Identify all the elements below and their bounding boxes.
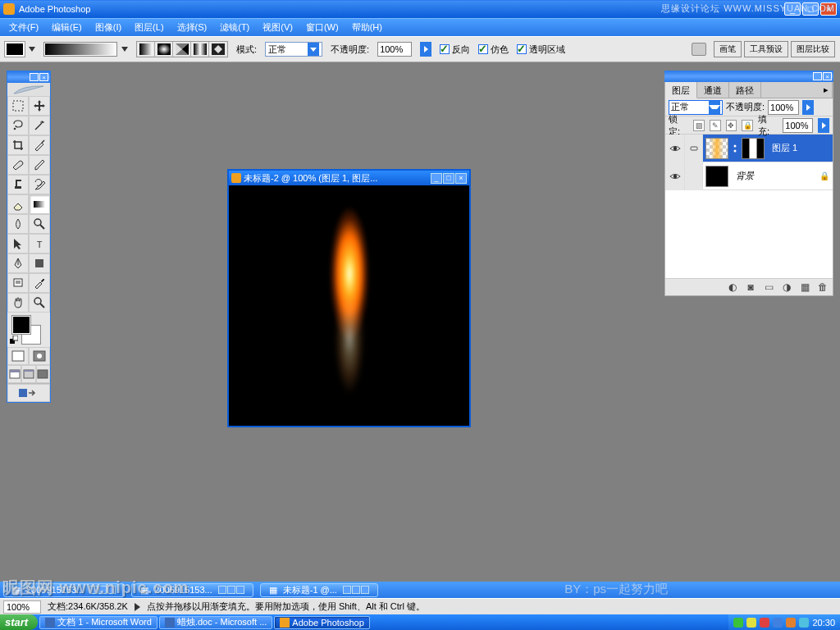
- slice-tool[interactable]: [29, 135, 50, 155]
- tray-icon[interactable]: [773, 618, 783, 628]
- mask-link-icon[interactable]: [731, 138, 739, 159]
- eraser-tool[interactable]: [7, 194, 29, 214]
- panel-minimize-button[interactable]: _: [813, 72, 822, 80]
- chevron-down-icon[interactable]: [121, 47, 128, 52]
- doc-minimize-button[interactable]: _: [431, 173, 442, 184]
- zoom-input[interactable]: 100%: [3, 600, 41, 614]
- layer-mask-thumbnail[interactable]: [742, 138, 765, 159]
- reverse-checkbox[interactable]: 反向: [440, 43, 470, 56]
- blend-mode-select[interactable]: 正常: [265, 42, 322, 57]
- dither-checkbox[interactable]: 仿色: [478, 43, 509, 56]
- gradient-radial-button[interactable]: [155, 42, 173, 57]
- gradient-preview[interactable]: [43, 42, 117, 57]
- lock-transparency-icon[interactable]: ▨: [693, 120, 705, 131]
- blur-tool[interactable]: [7, 214, 29, 234]
- healing-brush-tool[interactable]: [7, 155, 29, 175]
- layer-comps-palette-button[interactable]: 图层比较: [791, 41, 835, 57]
- fullscreen-button[interactable]: [36, 365, 50, 383]
- menu-window[interactable]: 窗口(W): [300, 19, 345, 36]
- tray-icon[interactable]: [746, 618, 756, 628]
- history-brush-tool[interactable]: [29, 175, 50, 194]
- panel-close-button[interactable]: ×: [823, 72, 832, 80]
- chevron-down-icon[interactable]: [29, 47, 35, 52]
- layer-style-button[interactable]: ◐: [726, 281, 739, 293]
- menu-help[interactable]: 帮助(H): [346, 19, 388, 36]
- gradient-reflected-button[interactable]: [191, 42, 209, 57]
- jump-to-imageready-button[interactable]: [7, 384, 50, 402]
- layer-thumbnail[interactable]: [705, 138, 728, 159]
- lock-position-icon[interactable]: ✥: [726, 120, 737, 131]
- visibility-toggle[interactable]: [665, 162, 685, 190]
- taskbar-app-button[interactable]: 文档 1 - Microsoft Word: [39, 616, 158, 629]
- layer-opacity-slider-button[interactable]: [802, 100, 814, 115]
- start-button[interactable]: start: [0, 614, 38, 630]
- visibility-toggle[interactable]: [665, 135, 685, 162]
- minimized-doc-tab[interactable]: ▦2005915153...: [131, 583, 253, 597]
- opacity-slider-button[interactable]: [420, 42, 431, 57]
- fill-slider-button[interactable]: [818, 118, 829, 133]
- pen-tool[interactable]: [7, 253, 29, 273]
- type-tool[interactable]: T: [29, 234, 50, 253]
- default-colors-icon[interactable]: [10, 336, 18, 344]
- layer-thumbnail[interactable]: [705, 166, 728, 187]
- menu-image[interactable]: 图像(I): [89, 19, 127, 36]
- adjustment-layer-button[interactable]: ◑: [780, 281, 793, 293]
- move-tool[interactable]: [29, 96, 50, 116]
- fill-input[interactable]: 100%: [783, 118, 813, 133]
- palette-well-icon[interactable]: [692, 43, 706, 56]
- layer-row[interactable]: 背景 🔒: [665, 162, 833, 190]
- doc-maximize-button[interactable]: □: [443, 173, 454, 184]
- tray-icon[interactable]: [760, 618, 769, 628]
- system-tray[interactable]: 20:30: [728, 614, 840, 630]
- tab-layers[interactable]: 图层: [665, 82, 697, 98]
- zoom-tool[interactable]: [29, 293, 50, 313]
- document-titlebar[interactable]: 未标题-2 @ 100% (图层 1, 图层... _ □ ×: [229, 171, 469, 185]
- brushes-palette-button[interactable]: 画笔: [714, 41, 742, 57]
- brush-tool[interactable]: [29, 155, 50, 175]
- menu-select[interactable]: 选择(S): [171, 19, 213, 36]
- opacity-input[interactable]: 100%: [377, 42, 412, 57]
- tray-clock[interactable]: 20:30: [812, 618, 835, 628]
- menu-view[interactable]: 视图(V): [257, 19, 299, 36]
- doc-close-button[interactable]: ×: [455, 173, 467, 184]
- minimized-doc-tab[interactable]: ▦2005915153...: [3, 583, 125, 597]
- tray-icon[interactable]: [786, 618, 796, 628]
- eyedropper-tool[interactable]: [29, 273, 50, 293]
- document-canvas[interactable]: [229, 185, 469, 426]
- menu-file[interactable]: 文件(F): [3, 19, 44, 36]
- transparency-checkbox[interactable]: 透明区域: [517, 43, 565, 56]
- quickmask-mode-button[interactable]: [29, 347, 50, 365]
- layer-name[interactable]: 背景: [736, 170, 754, 182]
- tab-paths[interactable]: 路径: [729, 82, 761, 98]
- clone-stamp-tool[interactable]: [7, 175, 29, 194]
- standard-mode-button[interactable]: [7, 347, 29, 365]
- dodge-tool[interactable]: [29, 214, 50, 234]
- menu-layer[interactable]: 图层(L): [129, 19, 169, 36]
- lock-all-icon[interactable]: 🔒: [742, 120, 753, 131]
- layer-row[interactable]: 图层 1: [665, 135, 833, 162]
- panel-menu-button[interactable]: ▸: [761, 82, 833, 98]
- toolbox-minimize-button[interactable]: _: [30, 73, 39, 81]
- status-menu-icon[interactable]: [135, 603, 140, 611]
- doc-size-info[interactable]: 文档:234.6K/358.2K: [48, 600, 128, 613]
- tray-icon[interactable]: [799, 618, 809, 628]
- toolbox-close-button[interactable]: ×: [39, 73, 48, 81]
- tab-channels[interactable]: 通道: [697, 82, 729, 98]
- tool-presets-palette-button[interactable]: 工具预设: [744, 41, 788, 57]
- taskbar-app-button[interactable]: Adobe Photoshop: [274, 616, 369, 629]
- minimized-doc-tab[interactable]: ▦未标题-1 @...: [260, 583, 378, 597]
- gradient-diamond-button[interactable]: [209, 42, 227, 57]
- crop-tool[interactable]: [7, 135, 29, 155]
- fullscreen-menubar-button[interactable]: [21, 365, 35, 383]
- taskbar-app-button[interactable]: 蜡烛.doc - Microsoft ...: [159, 616, 272, 629]
- gradient-tool[interactable]: [29, 194, 50, 214]
- menu-edit[interactable]: 编辑(E): [46, 19, 88, 36]
- delete-layer-button[interactable]: 🗑: [816, 281, 829, 293]
- marquee-tool[interactable]: [7, 96, 29, 116]
- magic-wand-tool[interactable]: [29, 116, 50, 135]
- hand-tool[interactable]: [7, 293, 29, 313]
- new-group-button[interactable]: ▭: [762, 281, 775, 293]
- layer-name[interactable]: 图层 1: [772, 142, 797, 154]
- path-selection-tool[interactable]: [7, 234, 29, 253]
- standard-screen-button[interactable]: [7, 365, 21, 383]
